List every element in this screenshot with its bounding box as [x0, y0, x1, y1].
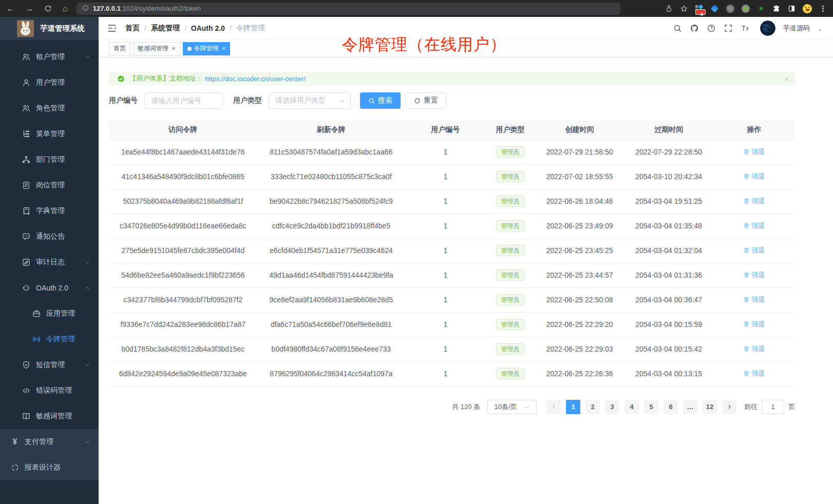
tab-switcher-icon[interactable] — [788, 5, 796, 12]
sidebar-item-menu[interactable]: 菜单管理 — [0, 121, 99, 147]
fullscreen-icon[interactable] — [724, 24, 733, 33]
alert-close-icon[interactable]: × — [784, 74, 789, 83]
sidebar-item-dict[interactable]: 字典管理 — [0, 198, 99, 224]
extensions-puzzle-icon[interactable] — [772, 5, 781, 13]
action-cell: 强退 — [713, 189, 795, 214]
created-time-cell: 2022-06-25 22:29:20 — [535, 312, 624, 337]
sidebar-item-label: 支付管理 — [25, 437, 53, 447]
sidebar-item-sms[interactable]: 短信管理 — [0, 352, 99, 378]
access-token-cell: c342377bf8b344799dcbf7bf095287f2 — [109, 287, 257, 312]
user-type-select[interactable]: 请选择用户类型 — [269, 92, 351, 109]
force-logout-button[interactable]: 强退 — [743, 320, 765, 329]
prev-page-button[interactable] — [546, 400, 561, 414]
user-type-label: 用户类型 — [233, 96, 262, 105]
breadcrumb-item[interactable]: 系统管理 — [151, 24, 180, 33]
sidebar-header[interactable]: 芋道管理系统 — [0, 17, 99, 40]
sidebar-item-oauth2[interactable]: OAuth 2.0 — [0, 275, 99, 301]
table-row: c342377bf8b344799dcbf7bf095287f29ce8ef2a… — [109, 287, 795, 312]
share-icon[interactable] — [665, 5, 673, 12]
sidebar-item-report[interactable]: 报表设计器 — [0, 455, 99, 480]
collapse-sidebar-icon[interactable] — [107, 23, 117, 33]
user-avatar[interactable] — [760, 21, 775, 36]
close-icon[interactable]: × — [222, 45, 226, 52]
sidebar-item-error-code[interactable]: 错误码管理 — [0, 378, 99, 403]
tab-令牌管理[interactable]: 令牌管理× — [183, 42, 231, 55]
breadcrumb-item[interactable]: 首页 — [125, 24, 140, 33]
sidebar-item-notice[interactable]: 通知公告 — [0, 224, 99, 249]
force-logout-button[interactable]: 强退 — [743, 369, 765, 378]
caret-down-icon[interactable] — [818, 26, 823, 31]
sidebar-item-oauth2-token[interactable]: 令牌管理 — [0, 326, 99, 352]
page-button-4[interactable]: 4 — [624, 400, 639, 414]
user-id-input[interactable] — [144, 92, 223, 109]
force-logout-label: 强退 — [751, 172, 765, 181]
sidebar-item-sensitive[interactable]: 敏感词管理 — [0, 403, 99, 429]
extension-grid-icon[interactable]: 9 — [695, 5, 704, 13]
doc-link[interactable]: https://doc.iocoder.cn/user-center/ — [205, 75, 306, 83]
site-info-icon[interactable] — [82, 5, 89, 13]
bookmark-star-icon[interactable] — [680, 5, 688, 13]
back-icon[interactable]: ← — [6, 5, 14, 13]
sidebar-item-user[interactable]: 用户管理 — [0, 70, 99, 95]
page-button-5[interactable]: 5 — [644, 400, 658, 414]
page-button-3[interactable]: 3 — [605, 400, 619, 414]
sidebar-item-tenant[interactable]: 租户管理 — [0, 44, 99, 70]
font-size-icon[interactable] — [741, 24, 750, 33]
sidebar-item-pay[interactable]: ¥支付管理 — [0, 429, 99, 455]
github-icon[interactable] — [690, 24, 699, 33]
force-logout-button[interactable]: 强退 — [743, 270, 765, 280]
profile-avatar-icon[interactable] — [803, 4, 812, 13]
force-logout-button[interactable]: 强退 — [743, 295, 765, 304]
close-icon[interactable]: × — [172, 45, 176, 52]
force-logout-button[interactable]: 强退 — [743, 246, 765, 255]
sidebar-item-audit-log[interactable]: 审计日志 — [0, 249, 99, 275]
page-button-12[interactable]: 12 — [703, 400, 717, 414]
table-row: 6d842e2924594de9a09e45e087323abe8796295f… — [109, 361, 795, 386]
next-page-button[interactable] — [722, 400, 736, 414]
force-logout-button[interactable]: 强退 — [743, 221, 765, 230]
expire-time-cell: 2054-03-04 00:15:42 — [624, 337, 713, 361]
breadcrumb-item[interactable]: OAuth 2.0 — [191, 24, 225, 32]
extension-gem-icon[interactable] — [711, 5, 719, 13]
forward-icon[interactable]: → — [25, 5, 33, 13]
user-type-cell: 管理员 — [485, 189, 535, 214]
reload-icon[interactable] — [44, 5, 52, 12]
sidebar-item-oauth2-app[interactable]: 应用管理 — [0, 301, 99, 326]
force-logout-button[interactable]: 强退 — [743, 344, 765, 354]
force-logout-button[interactable]: 强退 — [743, 197, 765, 206]
url-host: 127.0.0.1 — [93, 5, 121, 12]
action-cell: 强退 — [713, 164, 795, 189]
help-icon[interactable] — [707, 24, 716, 33]
tab-首页[interactable]: 首页 — [109, 42, 130, 55]
search-icon[interactable] — [673, 24, 682, 33]
reset-button[interactable]: 重置 — [406, 92, 446, 109]
sidebar-item-role[interactable]: 角色管理 — [0, 95, 99, 121]
created-time-cell: 2022-06-25 23:49:09 — [535, 214, 624, 238]
tab-敏感词管理[interactable]: 敏感词管理× — [133, 42, 180, 55]
page-button-6[interactable]: 6 — [664, 400, 678, 414]
search-button[interactable]: 搜索 — [360, 92, 401, 109]
expire-time-cell: 2054-03-04 00:36:47 — [624, 287, 713, 312]
page-button-2[interactable]: 2 — [585, 400, 600, 414]
home-icon[interactable]: ⌂ — [63, 5, 68, 13]
user-id-cell: 1 — [405, 263, 485, 287]
extension-star-icon[interactable]: ✶ — [757, 5, 765, 13]
page-size-select[interactable]: 10条/页 — [487, 400, 537, 414]
address-bar[interactable]: 127.0.0.1:1024/system/oauth2/token — [76, 3, 620, 15]
sidebar-item-post[interactable]: 岗位管理 — [0, 172, 99, 198]
extension-record-icon[interactable] — [742, 5, 750, 13]
loader-icon — [10, 463, 20, 472]
column-header: 操作 — [713, 120, 795, 140]
filter-form: 用户编号 用户类型 请选择用户类型 搜索 — [109, 92, 795, 109]
goto-page-input[interactable] — [762, 400, 784, 414]
force-logout-label: 强退 — [751, 320, 765, 329]
force-logout-button[interactable]: 强退 — [743, 147, 765, 157]
extension-circle-icon[interactable] — [726, 5, 734, 13]
sidebar-item-dept[interactable]: 部门管理 — [0, 147, 99, 172]
page-button-1[interactable]: 1 — [566, 400, 580, 414]
force-logout-button[interactable]: 强退 — [743, 172, 765, 181]
doc-alert: 【用户体系】文档地址： https://doc.iocoder.cn/user-… — [109, 72, 795, 85]
browser-menu-icon[interactable]: ⋮ — [819, 4, 827, 13]
action-cell: 强退 — [713, 337, 795, 361]
user-name[interactable]: 芋道源码 — [783, 24, 810, 33]
